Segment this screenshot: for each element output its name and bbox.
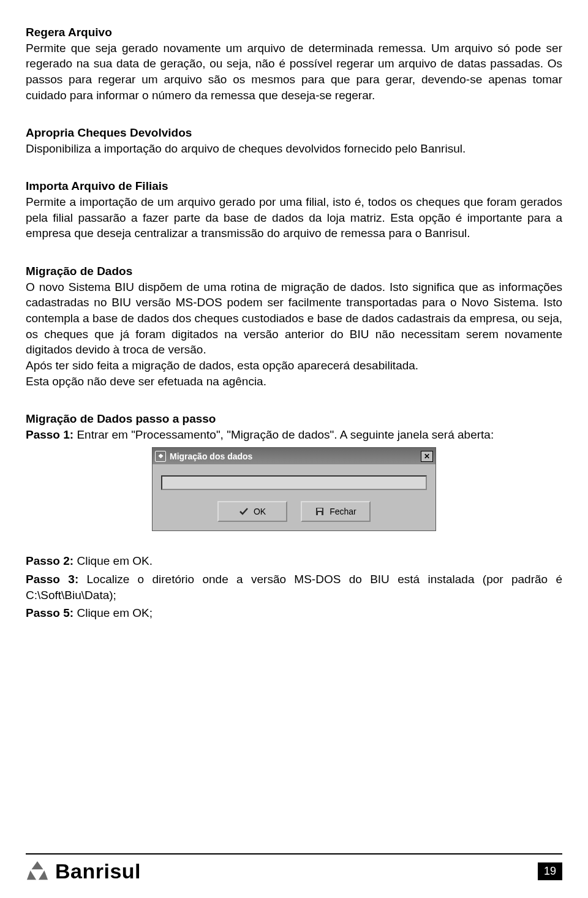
- progress-bar: [161, 475, 427, 490]
- heading: Regera Arquivo: [26, 25, 562, 40]
- dialog-migracao: ❖ Migração dos dados ✕ OK: [152, 447, 436, 531]
- step-lead: Passo 1:: [26, 428, 74, 441]
- heading: Importa Arquivo de Filiais: [26, 178, 562, 194]
- section-regera-arquivo: Regera Arquivo Permite que seja gerado n…: [26, 25, 562, 103]
- fechar-button[interactable]: Fechar: [301, 501, 371, 522]
- page-footer: Banrisul 19: [26, 853, 562, 883]
- page-number: 19: [538, 862, 562, 880]
- step-lead: Passo 2:: [26, 554, 74, 567]
- steps-after: Passo 2: Clique em OK. Passo 3: Localize…: [26, 553, 562, 621]
- heading: Migração de Dados passo a passo: [26, 411, 562, 427]
- body-text: Permite a importação de um arquivo gerad…: [26, 194, 562, 241]
- svg-marker-4: [27, 870, 36, 880]
- step-5: Passo 5: Clique em OK;: [26, 605, 562, 621]
- step-text: Entrar em "Processamento", "Migração de …: [74, 428, 494, 441]
- step-2: Passo 2: Clique em OK.: [26, 553, 562, 569]
- step-3: Passo 3: Localize o diretório onde a ver…: [26, 572, 562, 603]
- app-icon: ❖: [155, 451, 166, 462]
- heading: Apropria Cheques Devolvidos: [26, 125, 562, 141]
- check-icon: [239, 507, 249, 516]
- section-apropria-cheques: Apropria Cheques Devolvidos Disponibiliz…: [26, 125, 562, 156]
- step-text: Localize o diretório onde a versão MS-DO…: [26, 573, 562, 602]
- close-icon[interactable]: ✕: [421, 451, 433, 462]
- svg-marker-3: [32, 861, 43, 869]
- svg-rect-1: [317, 508, 322, 511]
- svg-marker-5: [39, 870, 48, 880]
- svg-rect-2: [318, 512, 322, 515]
- brand-name: Banrisul: [55, 859, 141, 883]
- brand-logo: Banrisul: [26, 859, 141, 883]
- body-text: Disponibiliza a importação do arquivo de…: [26, 141, 562, 157]
- step-lead: Passo 3:: [26, 573, 78, 586]
- step-1: Passo 1: Entrar em "Processamento", "Mig…: [26, 427, 562, 443]
- step-text: Clique em OK;: [74, 606, 153, 619]
- step-lead: Passo 5:: [26, 606, 74, 619]
- brand-icon: [26, 860, 49, 883]
- step-text: Clique em OK.: [74, 554, 153, 567]
- button-label: Fechar: [330, 506, 356, 518]
- dialog-titlebar[interactable]: ❖ Migração dos dados ✕: [153, 448, 435, 464]
- section-importa-filiais: Importa Arquivo de Filiais Permite a imp…: [26, 178, 562, 241]
- section-steps: Migração de Dados passo a passo Passo 1:…: [26, 411, 562, 442]
- body-text-extra2: Esta opção não deve ser efetuada na agên…: [26, 374, 562, 390]
- ok-button[interactable]: OK: [217, 501, 287, 522]
- section-migracao-dados: Migração de Dados O novo Sistema BIU dis…: [26, 263, 562, 389]
- heading: Migração de Dados: [26, 263, 562, 279]
- body-text: Permite que seja gerado novamente um arq…: [26, 40, 562, 104]
- body-text-extra1: Após ter sido feita a migração de dados,…: [26, 358, 562, 374]
- footer-divider: [26, 853, 562, 855]
- dialog-title: Migração dos dados: [170, 451, 252, 462]
- body-text: O novo Sistema BIU dispõem de uma rotina…: [26, 279, 562, 358]
- button-label: OK: [254, 506, 266, 518]
- disk-icon: [315, 507, 325, 516]
